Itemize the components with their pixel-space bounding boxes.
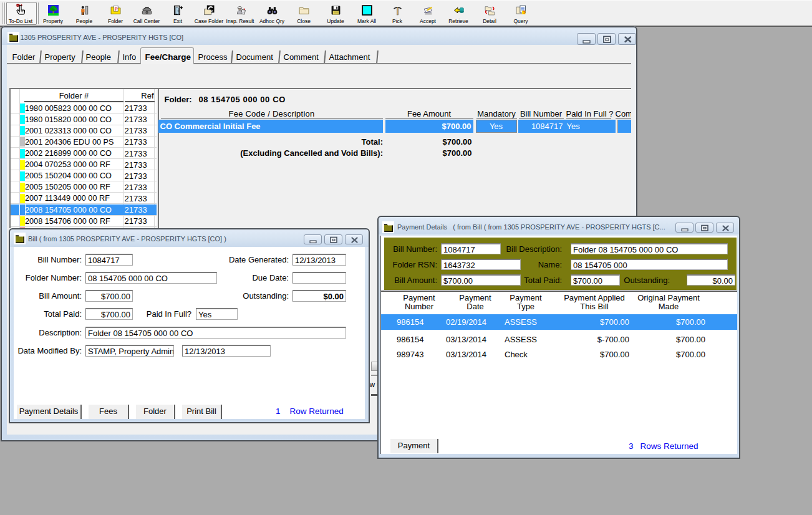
svg-text:P: P bbox=[115, 6, 118, 12]
svg-text:?: ? bbox=[523, 10, 525, 14]
